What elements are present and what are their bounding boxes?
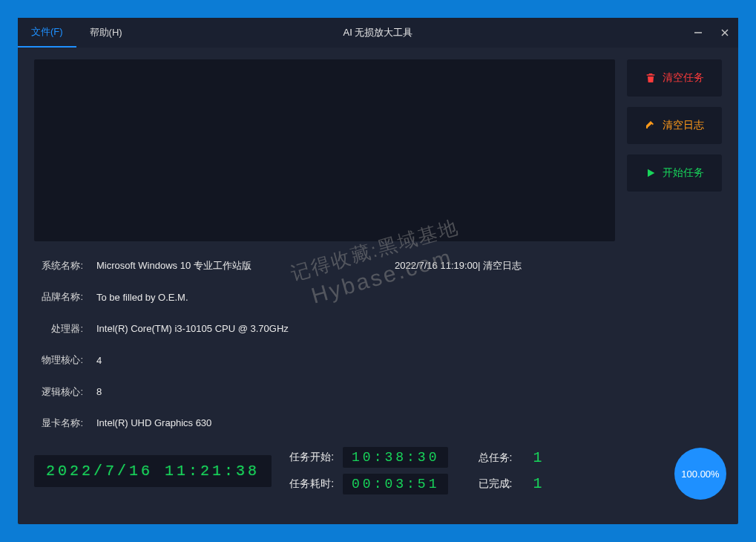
titlebar[interactable]: 文件(F) 帮助(H) AI 无损放大工具 <box>18 18 738 48</box>
clear-log-button[interactable]: 清空日志 <box>627 107 722 144</box>
menu-file[interactable]: 文件(F) <box>18 18 76 48</box>
current-time-display: 2022/7/16 11:21:38 <box>34 455 272 487</box>
phys-cores-value: 4 <box>96 355 102 366</box>
menu-help[interactable]: 帮助(H) <box>76 18 136 48</box>
progress-percent: 100.00% <box>681 468 719 480</box>
trash-icon <box>645 72 657 84</box>
brand-label: 品牌名称: <box>37 290 96 304</box>
clear-tasks-label: 清空任务 <box>663 71 704 85</box>
cpu-value: Intel(R) Core(TM) i3-10105 CPU @ 3.70GHz <box>96 323 289 334</box>
minimize-icon <box>694 28 703 37</box>
logic-cores-label: 逻辑核心: <box>37 385 96 399</box>
task-start-label: 任务开始: <box>285 451 334 464</box>
brand-value: To be filled by O.E.M. <box>96 292 188 303</box>
task-start-time: 10:38:30 <box>343 447 448 468</box>
gpu-value: Intel(R) UHD Graphics 630 <box>96 417 211 428</box>
close-icon <box>720 28 729 37</box>
task-elapsed-label: 任务耗时: <box>285 477 334 491</box>
clear-tasks-button[interactable]: 清空任务 <box>627 59 722 97</box>
play-icon <box>645 167 657 179</box>
window-title: AI 无损放大工具 <box>344 18 413 48</box>
eraser-icon <box>645 120 657 131</box>
body-area: 清空任务 清空日志 开始任务 系统名称: Microsoft Windows 1… <box>18 48 738 524</box>
phys-cores-label: 物理核心: <box>37 353 96 367</box>
main-window: 文件(F) 帮助(H) AI 无损放大工具 清空任务 清空日志 <box>18 18 738 524</box>
minimize-button[interactable] <box>685 18 711 48</box>
logic-cores-value: 8 <box>96 386 102 397</box>
system-info: 系统名称: Microsoft Windows 10 专业工作站版 品牌名称: … <box>34 252 375 437</box>
os-label: 系统名称: <box>37 259 96 272</box>
total-tasks-value: 1 <box>528 449 543 466</box>
os-value: Microsoft Windows 10 专业工作站版 <box>96 259 252 272</box>
gpu-label: 显卡名称: <box>37 417 96 430</box>
done-tasks-value: 1 <box>528 475 543 492</box>
close-button[interactable] <box>711 18 738 48</box>
start-tasks-label: 开始任务 <box>663 166 704 180</box>
total-tasks-label: 总任务: <box>470 451 512 465</box>
progress-indicator: 100.00% <box>674 448 726 500</box>
task-elapsed-time: 00:03:51 <box>343 474 448 494</box>
log-line: 2022/7/16 11:19:00| 清空日志 <box>395 259 719 272</box>
log-panel[interactable]: 2022/7/16 11:19:00| 清空日志 <box>392 252 722 437</box>
cpu-label: 处理器: <box>37 322 96 336</box>
start-tasks-button[interactable]: 开始任务 <box>627 154 722 192</box>
done-tasks-label: 已完成: <box>470 477 512 491</box>
clear-log-label: 清空日志 <box>663 119 704 132</box>
preview-panel[interactable] <box>34 59 615 241</box>
